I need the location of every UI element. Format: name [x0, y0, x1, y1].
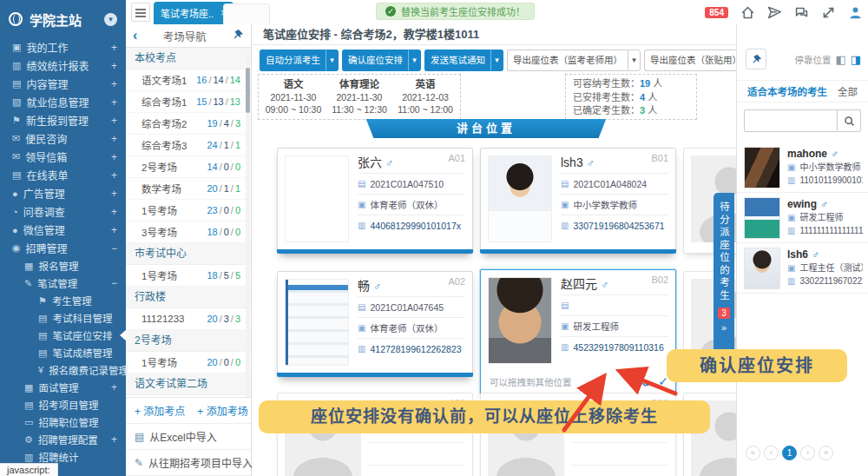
send-icon[interactable] [767, 5, 782, 20]
home-icon[interactable] [740, 5, 755, 20]
sidebar-menu-item[interactable]: 绩效统计报表 + [0, 56, 126, 75]
dropdown-caret-icon[interactable] [628, 50, 641, 71]
fullscreen-icon[interactable] [821, 5, 836, 20]
page-last-button[interactable] [819, 446, 833, 460]
seat-card[interactable]: B02 赵四元 研发工程师 452329197809110316 可以拖拽到其他… [480, 269, 676, 394]
import-previous-button[interactable]: 从往期招考项目中导入 [126, 450, 251, 476]
sidebar-menu-item[interactable]: 考试科目管理 [0, 309, 126, 327]
job-icon [787, 261, 795, 274]
primary-action-button[interactable]: 自动分派考生 [260, 50, 339, 71]
button-label: 导出座位表（监考老师用） [507, 50, 628, 71]
candidate-list-item[interactable]: lsh6 工程主任（测试） 33022119670222791X [737, 243, 868, 294]
job-title: 体育老师（双休） [370, 195, 443, 215]
page-prev-button[interactable] [764, 446, 779, 460]
dropdown-caret-icon[interactable] [408, 50, 421, 71]
export-button[interactable]: 导出座位表（监考老师用） [507, 50, 641, 71]
room-item[interactable]: 1号考场 20/0/0 [126, 352, 251, 374]
venue-group-header[interactable]: 语文考试第二场 [126, 374, 251, 395]
tab-fit-candidates[interactable]: 适合本考场的考生 [747, 84, 827, 98]
menu-item-icon [24, 434, 33, 446]
candidate-list-item[interactable]: mahone 中小学数学教师 110101199001017030 [737, 142, 868, 193]
page-first-button[interactable] [746, 446, 760, 460]
search-input[interactable] [744, 109, 837, 132]
page-current[interactable]: 1 [782, 446, 797, 460]
toast-message: 替换当前考生座位安排成功！ [401, 4, 525, 18]
search-button[interactable] [837, 109, 861, 132]
sidebar-menu-item[interactable]: 新生报到管理 + [0, 111, 126, 129]
add-venue-button[interactable]: + 添加考点 [135, 403, 185, 418]
candidate-name: 畅 [358, 279, 370, 293]
notification-badge[interactable]: 854 [705, 7, 728, 18]
import-excel-button[interactable]: 从Excel中导入 [126, 424, 251, 450]
subject-time: 11:00 ~ 12:00 [392, 103, 458, 116]
room-item[interactable]: 数学考场 20/1/1 [126, 178, 251, 200]
candidates-panel: 停靠位置 适合本考场的考生 全部 mahone 中小学数学教师 11010119… [736, 24, 868, 476]
collapse-chevron-icon[interactable] [104, 13, 117, 26]
primary-action-button[interactable]: 确认座位安排 [342, 50, 421, 71]
room-item[interactable]: 1号考场 18/5/5 [126, 265, 251, 287]
sidebar-menu-item[interactable]: 领导信箱 + [0, 148, 126, 166]
dropdown-caret-icon[interactable] [326, 50, 339, 71]
idcard-number: 330719196804253671 [573, 215, 664, 236]
room-item[interactable]: 1号考场 23/0/0 [126, 200, 251, 221]
tab-all-candidates[interactable]: 全部 [838, 84, 858, 98]
room-item[interactable]: 11121233 20/3/3 [126, 308, 251, 330]
sidebar-menu-item[interactable]: 考生管理 [0, 292, 126, 309]
sidebar-menu-item[interactable]: 招聘管理 − [0, 239, 126, 257]
sidebar-menu-item[interactable]: 招考项目管理 [0, 396, 126, 413]
user-avatar-icon[interactable] [848, 5, 863, 20]
open-page-tab[interactable]: 笔试考场座.. [154, 2, 233, 24]
export-button[interactable]: 导出座位表（张贴用） [644, 50, 736, 71]
room-item[interactable]: 综合考场1 15/13/13 [126, 91, 251, 113]
sidebar-menu-item[interactable]: 笔试成绩管理 [0, 344, 126, 361]
sidebar-menu-item[interactable]: 招聘管理配置 + [0, 431, 126, 448]
venue-group-header[interactable]: 市考试中心 [126, 243, 251, 265]
pending-candidates-tab[interactable]: 待分派座位的考生 3 [713, 193, 734, 363]
sidebar-menu-item[interactable]: 笔试管理 − [0, 274, 126, 292]
sidebar-menu-item[interactable]: 我的工作 + [0, 38, 126, 56]
room-item[interactable]: 2号考场 14/0/0 [126, 156, 251, 178]
seat-card[interactable]: A02 畅 2021C01A047645 体育老师（双休） 4127281996… [277, 271, 473, 377]
room-item[interactable]: 语文考场1 16/14/14 [126, 69, 251, 91]
site-title: 学院主站 [30, 10, 82, 29]
venue-group-header[interactable]: 2号考场 [126, 330, 251, 352]
sidebar-menu-item[interactable]: 便民咨询 + [0, 129, 126, 148]
room-item[interactable]: 综合考场3 24/1/1 [126, 135, 251, 156]
subject-date: 2021-11-30 [260, 91, 326, 103]
panel-pin-button[interactable] [746, 49, 766, 69]
dropdown-caret-icon[interactable] [490, 50, 503, 71]
sidebar-menu-item[interactable]: 广告管理 + [0, 184, 126, 202]
venue-group-header[interactable]: 行政楼 [126, 287, 251, 308]
room-item[interactable]: 综合考场2 19/4/3 [126, 113, 251, 135]
dock-left-icon[interactable] [835, 53, 845, 66]
candidate-list-item[interactable]: ewing 研发工程师 111111111111111 [737, 193, 868, 243]
stat-value: 3 [640, 105, 645, 116]
sidebar-menu-item[interactable]: 报名管理 [0, 257, 126, 274]
venue-group-header[interactable]: 本校考点 [126, 48, 251, 69]
sidebar-menu-item[interactable]: 微信管理 + [0, 221, 126, 239]
sidebar-menu-item[interactable]: 就业信息管理 + [0, 93, 126, 111]
pending-tab-label: 待分派座位的考生 [717, 202, 731, 302]
sidebar-menu-item[interactable]: 招聘职位管理 [0, 413, 126, 431]
primary-action-button[interactable]: 发送笔试通知 [424, 50, 503, 71]
chat-icon[interactable] [794, 5, 809, 20]
room-item[interactable]: 3号考场 18/0/0 [126, 221, 251, 243]
seat-card[interactable]: B01 lsh3 2021C01A048024 中小学数学教师 33071919… [480, 148, 676, 254]
sidebar-menu-item[interactable]: 内容管理 + [0, 75, 126, 93]
sidebar-menu-item[interactable]: 在线表单 + [0, 166, 126, 184]
sidebar-menu-item[interactable]: 笔试座位安排 [0, 327, 126, 344]
hamburger-menu-icon[interactable] [131, 3, 150, 22]
sidebar-menu-item[interactable]: 面试管理 + [0, 379, 126, 396]
pin-icon[interactable] [232, 29, 244, 43]
menu-item-icon [12, 207, 18, 217]
remove-candidate-icon[interactable] [636, 375, 649, 387]
seat-card[interactable]: A01 张六 2021C01A047510 体育老师（双休） 440681299… [277, 148, 473, 254]
sidebar-menu-item[interactable]: 问卷调查 + [0, 202, 126, 221]
site-title-bar[interactable]: 学院主站 [0, 0, 126, 38]
dock-right-icon[interactable] [851, 53, 861, 66]
add-room-button[interactable]: + 添加考场 [197, 403, 247, 418]
page-next-button[interactable] [800, 446, 815, 460]
sidebar-menu-item[interactable]: 报名缴费记录管理 [0, 361, 126, 379]
male-icon [373, 281, 381, 293]
job-title: 中小学数学教师 [573, 195, 637, 215]
